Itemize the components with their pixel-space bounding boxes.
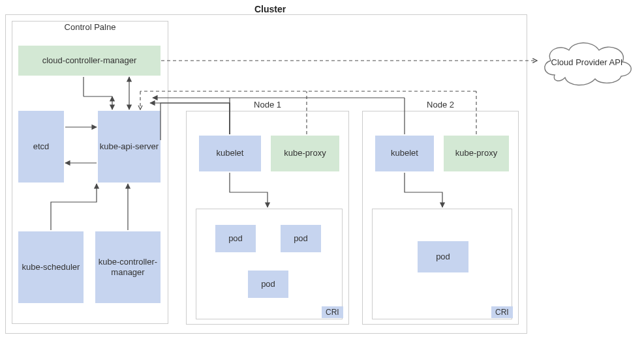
kube-controller-manager-box: kube-controller-manager bbox=[95, 231, 161, 303]
node1-kubeproxy-box: kube-proxy bbox=[271, 136, 339, 171]
node1-kubelet-label: kubelet bbox=[217, 148, 244, 158]
kube-scheduler-box: kube-scheduler bbox=[18, 231, 84, 303]
cloud-provider-api-shape: Cloud Provider API bbox=[536, 36, 637, 88]
kube-controller-manager-label: kube-controller-manager bbox=[96, 257, 160, 278]
cloud-controller-manager-label: cloud-controller-manager bbox=[42, 55, 137, 66]
kube-scheduler-label: kube-scheduler bbox=[22, 262, 80, 272]
node2-kubeproxy-label: kube-proxy bbox=[455, 148, 497, 158]
node2-cri-tag: CRI bbox=[491, 306, 513, 318]
kube-api-server-box: kube-api-server bbox=[98, 111, 161, 183]
node1-kubelet-box: kubelet bbox=[199, 136, 261, 171]
node1-label: Node 1 bbox=[187, 98, 348, 110]
node1-pod1-label: pod bbox=[228, 233, 243, 244]
node1-pod3-box: pod bbox=[248, 271, 288, 298]
node1-kubeproxy-label: kube-proxy bbox=[284, 148, 326, 158]
node1-pod3-label: pod bbox=[261, 279, 275, 289]
etcd-label: etcd bbox=[33, 141, 50, 152]
node2-kubelet-label: kubelet bbox=[391, 148, 418, 158]
etcd-box: etcd bbox=[18, 111, 64, 183]
kube-api-server-label: kube-api-server bbox=[100, 141, 159, 152]
node1-cri-tag: CRI bbox=[322, 306, 343, 318]
cloud-controller-manager-box: cloud-controller-manager bbox=[18, 46, 161, 76]
diagram-title: Cluster bbox=[254, 4, 286, 14]
control-plane-label: Control Palne bbox=[12, 20, 168, 33]
node2-kubelet-box: kubelet bbox=[375, 136, 434, 171]
node2-kubeproxy-box: kube-proxy bbox=[444, 136, 509, 171]
node1-pod2-label: pod bbox=[294, 233, 308, 244]
node1-pod2-box: pod bbox=[281, 225, 321, 252]
node2-pod1-label: pod bbox=[436, 252, 450, 262]
node2-label: Node 2 bbox=[363, 98, 518, 110]
node1-pod1-box: pod bbox=[215, 225, 256, 252]
node2-pod1-box: pod bbox=[418, 241, 468, 272]
